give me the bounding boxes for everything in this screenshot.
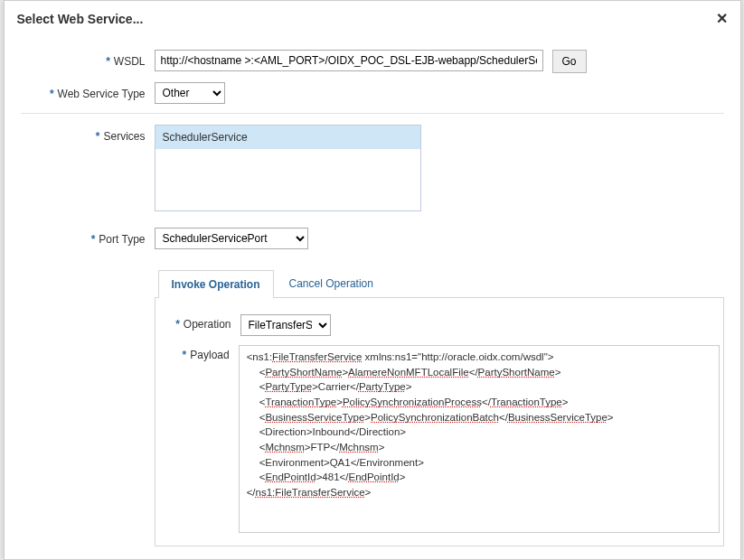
services-label-text: Services (103, 130, 145, 143)
tab-body-invoke: *Operation FileTransferService *Payload … (155, 298, 724, 546)
payload-line: <TranactionType>PolicySynchronizationPro… (247, 395, 711, 410)
go-button[interactable]: Go (552, 50, 587, 73)
services-label: *Services (21, 125, 155, 143)
payload-line: <Environment>QA1</Environment> (247, 455, 711, 471)
port-type-label: *Port Type (21, 228, 155, 246)
tabstrip: Invoke Operation Cancel Operation (155, 269, 724, 298)
payload-line: <PartyShortName>AlamereNonMFTLocalFile</… (247, 365, 711, 380)
payload-line: <Mchnsm>FTP</Mchnsm> (247, 440, 711, 455)
web-service-type-row: *Web Service Type Other (21, 82, 724, 104)
port-type-row: *Port Type SchedulerServicePort (21, 228, 724, 249)
payload-label: *Payload (159, 345, 239, 361)
web-service-type-select[interactable]: Other (155, 82, 225, 104)
operation-select[interactable]: FileTransferService (240, 314, 331, 336)
payload-row: *Payload <ns1:FileTransferService xmlns:… (159, 345, 720, 533)
services-listbox[interactable]: SchedulerService (155, 125, 421, 211)
required-marker: * (50, 88, 54, 100)
tab-cancel-operation[interactable]: Cancel Operation (276, 269, 387, 297)
payload-textarea[interactable]: <ns1:FileTransferService xmlns:ns1="http… (239, 345, 720, 533)
wsdl-label-text: WSDL (114, 55, 146, 68)
operation-row: *Operation FileTransferService (159, 314, 720, 336)
operation-label: *Operation (159, 314, 240, 331)
wsdl-label: *WSDL (21, 50, 155, 68)
payload-label-text: Payload (190, 349, 229, 361)
operation-tabs: Invoke Operation Cancel Operation *Opera… (155, 269, 724, 546)
select-web-service-dialog: Select Web Service... ✕ *WSDL Go *Web Se… (4, 0, 741, 560)
separator (21, 113, 724, 114)
required-marker: * (183, 349, 187, 361)
tab-invoke-operation[interactable]: Invoke Operation (158, 270, 274, 298)
required-marker: * (96, 130, 100, 143)
payload-line: </ns1:FileTransferService> (247, 487, 372, 498)
operation-label-text: Operation (184, 318, 231, 331)
required-marker: * (91, 233, 96, 246)
required-marker: * (106, 55, 110, 68)
payload-line: <BusinessServiceType>PolicySynchronizati… (247, 410, 711, 425)
web-service-type-label: *Web Service Type (21, 82, 155, 100)
dialog-titlebar: Select Web Service... ✕ (5, 1, 740, 39)
dialog-title: Select Web Service... (17, 12, 144, 26)
wsdl-input[interactable] (155, 50, 543, 71)
required-marker: * (175, 318, 180, 331)
dialog-body: *WSDL Go *Web Service Type Other *Servic… (5, 39, 740, 546)
services-row: *Services SchedulerService (21, 125, 724, 211)
port-type-select[interactable]: SchedulerServicePort (155, 228, 308, 249)
payload-line: <EndPointId>481</EndPointId> (247, 470, 711, 485)
payload-line: <PartyType>Carrier</PartyType> (247, 379, 711, 395)
services-item-scheduler[interactable]: SchedulerService (155, 126, 420, 149)
close-icon[interactable]: ✕ (716, 10, 728, 27)
payload-line: <ns1:FileTransferService xmlns:ns1="http… (247, 351, 554, 362)
wsdl-row: *WSDL Go (21, 50, 724, 73)
payload-line: <Direction>Inbound</Direction> (247, 425, 711, 440)
web-service-type-label-text: Web Service Type (58, 88, 146, 100)
port-type-label-text: Port Type (99, 233, 145, 246)
